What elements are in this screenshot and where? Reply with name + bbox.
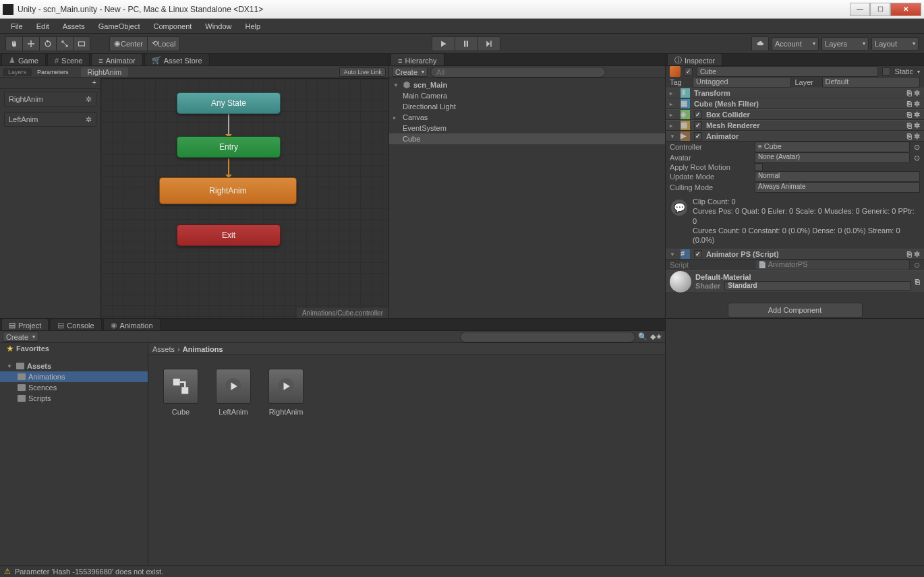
hierarchy-item-eventsystem[interactable]: EventSystem xyxy=(389,123,665,133)
asset-rightanim[interactable]: RightAnim xyxy=(267,369,305,416)
tab-asset-store[interactable]: 🛒 Asset Store xyxy=(144,53,210,65)
gear-icon[interactable]: ✲ xyxy=(86,95,92,104)
asset-cube-controller[interactable]: Cube xyxy=(162,369,200,416)
layout-dropdown[interactable]: Layout xyxy=(871,37,919,51)
status-bar: ⚠ Parameter 'Hash -155396680' does not e… xyxy=(0,565,924,577)
folder-scences[interactable]: Scences xyxy=(0,382,148,393)
animator-enabled[interactable]: ✓ xyxy=(694,132,702,140)
pivot-local-button[interactable]: ⟲ Local xyxy=(147,36,180,51)
toolbar: ◉ Center ⟲ Local Account Layers Layout xyxy=(0,34,924,54)
pivot-center-button[interactable]: ◉ Center xyxy=(109,36,147,51)
node-rightanim[interactable]: RightAnim xyxy=(159,177,297,204)
component-mesh-renderer[interactable]: ▸▦✓Mesh Renderer⎘ ✲ xyxy=(666,120,924,131)
component-transform[interactable]: ▸⬍Transform⎘ ✲ xyxy=(666,88,924,98)
object-name-input[interactable] xyxy=(697,66,878,77)
scale-tool[interactable] xyxy=(56,36,73,51)
project-create-dropdown[interactable]: Create xyxy=(3,332,38,342)
breadcrumb-animations[interactable]: Animations xyxy=(183,345,223,353)
animator-ps-enabled[interactable]: ✓ xyxy=(694,250,702,258)
culling-mode-dropdown[interactable]: Always Animate xyxy=(755,182,920,193)
hierarchy-item-cube[interactable]: Cube xyxy=(389,133,665,144)
menu-component[interactable]: Component xyxy=(146,20,198,32)
avatar-field[interactable]: None (Avatar) xyxy=(755,152,910,163)
animator-parameters-tab[interactable]: Parameters xyxy=(32,68,74,76)
transition-arrow[interactable] xyxy=(228,114,229,137)
project-tree: ★Favorites ▼Assets Animations Scences Sc… xyxy=(0,343,148,565)
tab-hierarchy[interactable]: ≡ Hierarchy xyxy=(391,53,444,65)
update-mode-dropdown[interactable]: Normal xyxy=(755,171,920,182)
folder-scripts[interactable]: Scripts xyxy=(0,393,148,404)
menu-file[interactable]: File xyxy=(4,20,30,32)
material-header[interactable]: Default-Material ShaderStandard ⎘ xyxy=(666,270,924,293)
hierarchy-scene-root[interactable]: ▼scn_Main xyxy=(389,80,665,90)
hand-tool[interactable] xyxy=(5,36,22,51)
tab-animator[interactable]: ≡ Animator xyxy=(91,53,142,65)
animator-layers-tab[interactable]: Layers xyxy=(3,68,32,76)
node-entry[interactable]: Entry xyxy=(177,136,281,158)
menu-edit[interactable]: Edit xyxy=(30,20,56,32)
active-checkbox[interactable]: ✓ xyxy=(685,67,693,75)
node-any-state[interactable]: Any State xyxy=(177,92,281,114)
layers-dropdown[interactable]: Layers xyxy=(821,37,869,51)
tab-project[interactable]: ▤ Project xyxy=(1,318,49,330)
account-dropdown[interactable]: Account xyxy=(772,37,819,51)
component-box-collider[interactable]: ▸◈✓Box Collider⎘ ✲ xyxy=(666,109,924,120)
project-search-input[interactable] xyxy=(460,332,635,342)
layer-dropdown[interactable]: Default xyxy=(822,77,921,88)
hierarchy-create-dropdown[interactable]: Create xyxy=(392,67,428,77)
component-animator[interactable]: ▼▶✓Animator⎘ ✲ xyxy=(666,131,924,142)
auto-live-link-toggle[interactable]: Auto Live Link xyxy=(339,67,386,77)
node-exit[interactable]: Exit xyxy=(177,224,281,246)
transition-arrow[interactable] xyxy=(228,158,229,177)
animator-breadcrumb[interactable]: RightAnim xyxy=(81,67,129,77)
favorites-header[interactable]: ★Favorites xyxy=(0,343,148,354)
rotate-tool[interactable] xyxy=(39,36,56,51)
tab-animation[interactable]: ◉ Animation xyxy=(103,318,161,330)
maximize-button[interactable]: ☐ xyxy=(870,3,890,16)
add-component-button[interactable]: Add Component xyxy=(728,303,863,317)
warning-icon: ⚠ xyxy=(4,567,11,576)
menu-window[interactable]: Window xyxy=(198,20,238,32)
asset-leftanim[interactable]: LeftAnim xyxy=(214,369,252,416)
static-checkbox[interactable] xyxy=(882,67,890,75)
parameter-leftanim[interactable]: LeftAnim✲ xyxy=(4,112,96,127)
hierarchy-item-canvas[interactable]: ▸Canvas xyxy=(389,112,665,123)
menu-help[interactable]: Help xyxy=(238,20,267,32)
box-collider-enabled[interactable]: ✓ xyxy=(694,111,702,119)
filter-label-icon[interactable]: ◆ xyxy=(650,332,656,341)
search-filter-icon[interactable]: 🔍 xyxy=(635,332,650,341)
component-mesh-filter[interactable]: ▸▦Cube (Mesh Filter)⎘ ✲ xyxy=(666,98,924,109)
tab-inspector[interactable]: ⓘ Inspector xyxy=(667,53,722,65)
hierarchy-item-camera[interactable]: Main Camera xyxy=(389,90,665,101)
component-animator-ps[interactable]: ▼#✓Animator PS (Script)⎘ ✲ xyxy=(666,249,924,260)
folder-animations[interactable]: Animations xyxy=(0,371,148,382)
mesh-renderer-enabled[interactable]: ✓ xyxy=(694,121,702,129)
play-button[interactable] xyxy=(432,36,455,51)
filter-type-icon[interactable]: ★ xyxy=(656,332,662,341)
gear-icon[interactable]: ✲ xyxy=(86,115,92,124)
gameobject-icon[interactable] xyxy=(670,66,681,77)
tag-dropdown[interactable]: Untagged xyxy=(693,77,791,88)
tab-scene[interactable]: # Scene xyxy=(47,53,90,65)
add-parameter-button[interactable]: + xyxy=(92,78,96,88)
apply-root-checkbox[interactable] xyxy=(755,163,763,171)
menu-assets[interactable]: Assets xyxy=(56,20,92,32)
pause-button[interactable] xyxy=(455,36,478,51)
breadcrumb-assets[interactable]: Assets xyxy=(152,345,175,353)
rect-tool[interactable] xyxy=(73,36,90,51)
hierarchy-item-light[interactable]: Directional Light xyxy=(389,101,665,112)
animator-graph[interactable]: Any State Entry RightAnim Exit Animation… xyxy=(101,78,388,318)
shader-dropdown[interactable]: Standard xyxy=(724,281,911,291)
move-tool[interactable] xyxy=(22,36,39,51)
hierarchy-search-input[interactable] xyxy=(430,67,606,78)
parameter-rightanim[interactable]: RightAnim✲ xyxy=(4,92,96,107)
tab-console[interactable]: ▤ Console xyxy=(50,318,101,330)
step-button[interactable] xyxy=(478,36,500,51)
close-button[interactable]: ✕ xyxy=(890,3,921,16)
minimize-button[interactable]: — xyxy=(850,3,870,16)
menu-gameobject[interactable]: GameObject xyxy=(92,20,147,32)
cloud-button[interactable] xyxy=(751,36,769,51)
controller-field[interactable]: ≡ Cube xyxy=(755,142,910,152)
tab-game[interactable]: ♟ Game xyxy=(1,53,46,65)
assets-root[interactable]: ▼Assets xyxy=(0,361,148,371)
